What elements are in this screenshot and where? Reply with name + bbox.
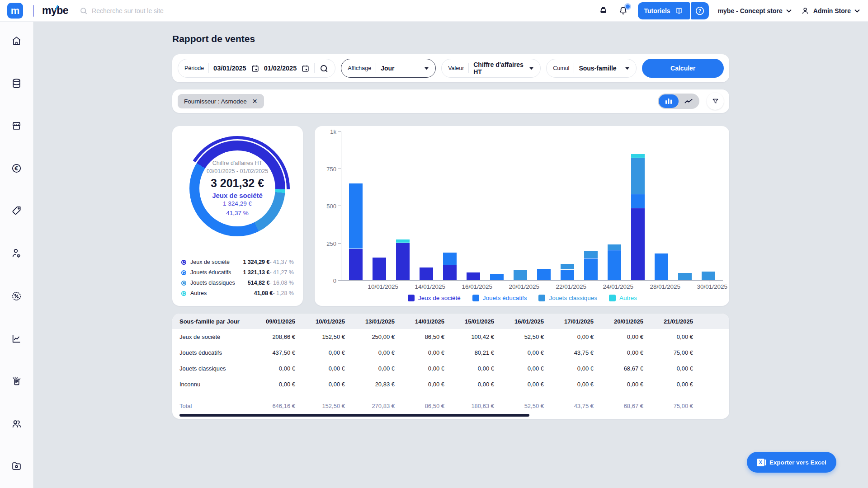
bar-segment[interactable] [561, 270, 574, 280]
cash-register-icon[interactable] [598, 5, 609, 16]
line-chart-toggle[interactable] [679, 94, 698, 108]
sidebar-item-cash[interactable] [10, 375, 23, 388]
date-to-input[interactable]: 01/02/2025 [264, 65, 297, 72]
filter-funnel-button[interactable] [707, 93, 724, 110]
app-logo[interactable]: m [7, 3, 23, 19]
export-excel-button[interactable]: X Exporter vers Excel [747, 452, 836, 473]
bar-segment[interactable] [373, 258, 386, 280]
value-cell: 0,00 € [402, 376, 452, 392]
stacked-bar[interactable] [420, 267, 433, 281]
bar-segment[interactable] [396, 243, 410, 281]
donut-legend-item[interactable]: Jouets éducatifs1 321,13 €- 41,27 % [181, 269, 294, 276]
sidebar-item-store[interactable] [10, 119, 23, 132]
calculate-button[interactable]: Calculer [642, 59, 724, 78]
bar-legend-item[interactable]: Jouets classiques [538, 295, 597, 301]
y-tick-label: 250 [326, 240, 336, 247]
sidebar-item-promotions[interactable] [10, 290, 23, 302]
brand-wordmark[interactable]: mybe [42, 5, 68, 17]
bar-segment[interactable] [608, 244, 621, 250]
legend-label: Jouets classiques [549, 295, 597, 301]
stacked-bar[interactable] [655, 253, 668, 280]
sidebar-item-catalog[interactable] [10, 77, 23, 89]
stacked-bar[interactable] [678, 273, 692, 280]
horizontal-scrollbar[interactable] [179, 414, 529, 417]
bar-segment[interactable] [631, 154, 645, 158]
stacked-bar[interactable] [584, 251, 598, 280]
value-cell: 0,00 € [651, 361, 700, 376]
stacked-bar[interactable] [702, 272, 715, 280]
stacked-bar[interactable] [490, 274, 504, 280]
bar-legend-item[interactable]: Jeux de société [408, 295, 461, 301]
sidebar-item-settings[interactable] [10, 460, 23, 473]
donut-legend-item[interactable]: Jouets classiques514,82 €- 16,08 % [181, 280, 294, 286]
value-select[interactable]: Valeur Chiffre d'affaires HT [441, 59, 541, 78]
user-menu[interactable]: Admin Store [801, 6, 860, 15]
sidebar-item-pricing[interactable] [10, 205, 23, 217]
store-selector[interactable]: mybe - Concept store [718, 7, 792, 14]
chevron-down-icon [786, 9, 792, 13]
total-label-cell: Total [172, 398, 253, 414]
refresh-search-icon[interactable] [319, 64, 329, 73]
bar-segment[interactable] [631, 208, 645, 280]
bar-segment[interactable] [608, 250, 621, 280]
bar-segment[interactable] [631, 158, 645, 194]
bar-segment[interactable] [631, 194, 645, 208]
notifications-bell-icon[interactable] [618, 5, 629, 16]
help-button[interactable]: ? [691, 2, 709, 19]
bar-segment[interactable] [420, 267, 433, 281]
x-tick-mark [474, 281, 474, 283]
donut-legend-item[interactable]: Autres41,08 €- 1,28 % [181, 290, 294, 296]
tutorials-button[interactable]: Tutoriels [638, 2, 690, 19]
legend-bullet-icon [181, 291, 186, 296]
stacked-bar[interactable] [514, 270, 527, 280]
date-from-input[interactable]: 03/01/2025 [213, 65, 246, 72]
sidebar-item-team[interactable] [10, 418, 23, 430]
bar-segment[interactable] [584, 251, 598, 258]
calendar-icon[interactable] [251, 64, 259, 73]
bar-segment[interactable] [514, 270, 527, 280]
bar-legend-item[interactable]: Jouets éducatifs [472, 295, 527, 301]
value-cell: 0,00 € [302, 376, 352, 392]
row-label-cell: Inconnu [172, 376, 253, 392]
stacked-bar[interactable] [349, 183, 363, 280]
bar-segment[interactable] [584, 258, 598, 280]
close-icon[interactable]: ✕ [252, 98, 258, 105]
value-cell: 0,00 € [253, 361, 302, 376]
x-tick-label: 30/01/2025 [697, 283, 721, 290]
calendar-icon[interactable] [301, 64, 310, 73]
donut-legend-item[interactable]: Jeux de société1 324,29 €- 41,37 % [181, 259, 294, 265]
stacked-bar[interactable] [631, 154, 645, 280]
stacked-bar[interactable] [396, 239, 410, 280]
bar-chart-toggle[interactable] [659, 94, 679, 108]
display-select[interactable]: Affichage Jour [341, 59, 436, 78]
cumul-select[interactable]: Cumul Sous-famille [546, 59, 637, 78]
stacked-bar[interactable] [467, 272, 480, 280]
stacked-bar[interactable] [537, 269, 551, 280]
stacked-bar[interactable] [561, 264, 574, 280]
stacked-bar[interactable] [373, 258, 386, 280]
bar-segment[interactable] [655, 253, 668, 280]
bar-segment[interactable] [467, 272, 480, 280]
bar-segment[interactable] [443, 253, 457, 265]
stacked-bar[interactable] [608, 244, 621, 280]
total-value-cell: 152,50 € [302, 398, 352, 414]
bar-segment[interactable] [443, 265, 457, 280]
bar-legend-item[interactable]: Autres [609, 295, 637, 301]
bar-segment[interactable] [349, 183, 363, 249]
stacked-bar[interactable] [443, 253, 457, 280]
bar-segment[interactable] [537, 269, 551, 280]
sidebar-item-statistics[interactable] [10, 332, 23, 345]
bar-segment[interactable] [490, 274, 504, 280]
sidebar-item-customers[interactable] [10, 247, 23, 260]
value-cell: 0,00 € [601, 376, 651, 392]
bar-segment[interactable] [678, 273, 692, 280]
bar-segment[interactable] [702, 272, 715, 280]
donut-center: Chiffre d'affaires HT 03/01/2025 - 01/02… [199, 150, 275, 226]
bar-segment[interactable] [349, 249, 363, 280]
sidebar-item-home[interactable] [10, 34, 23, 47]
table-header-cell: 21/01/2025 [651, 314, 700, 329]
search-input[interactable] [92, 7, 227, 14]
sidebar-item-finance[interactable]: € [10, 162, 23, 175]
bar-segment[interactable] [396, 239, 410, 243]
bar-segment[interactable] [561, 264, 574, 269]
